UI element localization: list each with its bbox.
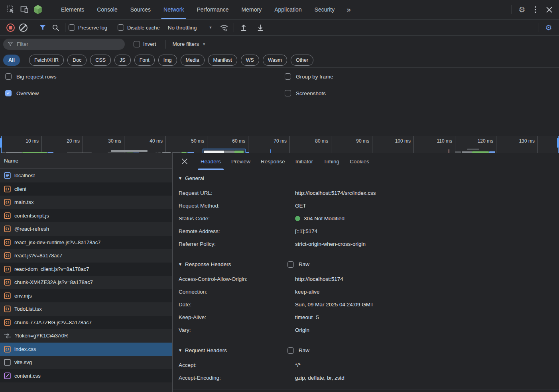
raw-toggle[interactable]: Raw	[287, 347, 309, 354]
disable-cache-checkbox[interactable]	[118, 24, 124, 31]
request-name: localhost	[14, 172, 35, 178]
request-row-index-css[interactable]: index.css	[0, 343, 172, 356]
request-row-chunk-77ja7zbg-js-v-8a178ac7[interactable]: chunk-77JA7ZBG.js?v=8a178ac7	[0, 316, 172, 329]
big-request-rows-toggle[interactable]: Big request rows	[5, 73, 57, 80]
raw-checkbox[interactable]	[287, 261, 294, 268]
request-type-chips: AllFetch/XHRDocCSSJSFontImgMediaManifest…	[0, 53, 559, 68]
filter-toggle-icon[interactable]	[36, 22, 49, 33]
screenshots-toggle[interactable]: Screenshots	[285, 90, 326, 96]
script-icon	[4, 292, 11, 299]
preserve-log-checkbox[interactable]	[69, 24, 75, 31]
overview-toggle[interactable]: ✓Overview	[5, 90, 39, 96]
request-name: contentscript.js	[14, 213, 49, 219]
preserve-log-label: Preserve log	[78, 25, 107, 31]
tab-network[interactable]: Network	[157, 0, 190, 19]
kebab-menu-icon[interactable]	[529, 3, 542, 16]
tab-elements[interactable]: Elements	[55, 0, 91, 19]
details-tab-response[interactable]: Response	[256, 153, 290, 170]
tab-security[interactable]: Security	[308, 0, 341, 19]
filter-input-pill[interactable]	[3, 39, 125, 50]
section-header-general[interactable]: ▼General	[173, 170, 559, 186]
close-details-icon[interactable]	[179, 156, 190, 167]
preserve-log-toggle[interactable]: Preserve log	[69, 24, 113, 31]
filter-chip-manifest[interactable]: Manifest	[208, 55, 237, 66]
import-har-icon[interactable]	[237, 22, 250, 33]
filter-chip-css[interactable]: CSS	[90, 55, 111, 66]
request-row-todolist-tsx[interactable]: TodoList.tsx	[0, 302, 172, 316]
filter-chip-ws[interactable]: WS	[241, 55, 259, 66]
script-icon	[4, 186, 11, 192]
timeline-range-start-grip[interactable]	[0, 138, 2, 148]
request-row-contentscript-js[interactable]: contentscript.js	[0, 209, 172, 223]
group-by-frame-checkbox[interactable]	[285, 73, 291, 80]
tab-performance[interactable]: Performance	[190, 0, 235, 19]
header-row-accept: Accept:*/*	[173, 359, 559, 371]
raw-toggle[interactable]: Raw	[287, 261, 309, 268]
group-by-frame-toggle[interactable]: Group by frame	[285, 73, 333, 80]
export-har-icon[interactable]	[254, 22, 267, 33]
name-column-header[interactable]: Name	[0, 153, 172, 169]
record-network-log-button[interactable]	[4, 22, 17, 33]
tab-console[interactable]: Console	[91, 0, 124, 19]
section-header-request-headers[interactable]: ▼Request HeadersRaw	[173, 342, 559, 359]
more-filters-dropdown[interactable]: More filters ▼	[173, 41, 206, 47]
section-header-response-headers[interactable]: ▼Response HeadersRaw	[173, 256, 559, 272]
network-conditions-icon[interactable]	[218, 22, 230, 33]
header-name: Keep-Alive:	[173, 314, 295, 320]
more-panels-icon[interactable]: »	[341, 5, 356, 14]
filter-chip-font[interactable]: Font	[134, 55, 155, 66]
filter-chip-doc[interactable]: Doc	[67, 55, 87, 66]
header-row-access-control-allow-origin: Access-Control-Allow-Origin:http://local…	[173, 272, 559, 285]
filter-chip-all[interactable]: All	[3, 55, 20, 66]
invert-checkbox[interactable]	[134, 41, 140, 47]
request-row-react-dom-client-js-v-8a178ac7[interactable]: react-dom_client.js?v=8a178ac7	[0, 263, 172, 276]
section-title: Response Headers	[185, 261, 231, 267]
details-tab-initiator[interactable]: Initiator	[290, 153, 318, 170]
waterfall-bar	[467, 149, 479, 150]
overview-checkbox[interactable]: ✓	[5, 90, 12, 96]
clear-network-log-button[interactable]	[17, 22, 30, 33]
request-row-react-js-v-8a178ac7[interactable]: react.js?v=8a178ac7	[0, 249, 172, 263]
filter-chip-img[interactable]: Img	[158, 55, 177, 66]
settings-gear-icon[interactable]: ⚙	[515, 3, 529, 16]
search-icon[interactable]	[49, 22, 62, 33]
timeline-range-end-grip[interactable]	[557, 138, 559, 148]
node-js-icon[interactable]	[31, 3, 45, 16]
tab-sources[interactable]: Sources	[124, 0, 157, 19]
tab-memory[interactable]: Memory	[235, 0, 268, 19]
header-value: strict-origin-when-cross-origin	[295, 241, 366, 247]
invert-toggle[interactable]: Invert	[134, 41, 162, 47]
group-by-frame-label: Group by frame	[296, 74, 333, 80]
request-name: ?token=gYK1Ci4i3A0R	[15, 333, 68, 339]
filter-chip-wasm[interactable]: Wasm	[263, 55, 287, 66]
request-row-react-jsx-dev-runtime-js-v-8a178ac7[interactable]: react_jsx-dev-runtime.js?v=8a178ac7	[0, 236, 172, 249]
network-settings-gear-icon[interactable]: ⚙	[542, 22, 555, 33]
request-row-content-css[interactable]: content.css	[0, 369, 172, 383]
request-row-client[interactable]: client	[0, 182, 172, 196]
close-devtools-icon[interactable]	[542, 3, 556, 16]
disable-cache-toggle[interactable]: Disable cache	[118, 24, 165, 31]
big-request-rows-checkbox[interactable]	[5, 73, 12, 80]
filter-chip-js[interactable]: JS	[114, 55, 131, 66]
details-tab-cookies[interactable]: Cookies	[344, 153, 374, 170]
inspect-cursor-icon[interactable]	[4, 3, 18, 16]
request-row-chunk-xm4ze32a-js-v-8a178ac7[interactable]: chunk-XM4ZE32A.js?v=8a178ac7	[0, 276, 172, 289]
filter-chip-other[interactable]: Other	[291, 55, 313, 66]
raw-checkbox[interactable]	[287, 347, 294, 354]
request-row-vite-svg[interactable]: vite.svg	[0, 356, 172, 369]
request-row-token-gyk1ci4i3a0r[interactable]: ?token=gYK1Ci4i3A0R	[0, 329, 172, 343]
details-tab-timing[interactable]: Timing	[318, 153, 344, 170]
request-row-react-refresh[interactable]: @react-refresh	[0, 222, 172, 236]
tab-application[interactable]: Application	[268, 0, 308, 19]
details-tab-preview[interactable]: Preview	[226, 153, 256, 170]
filter-chip-media[interactable]: Media	[181, 55, 205, 66]
screenshots-checkbox[interactable]	[285, 90, 291, 96]
filter-chip-fetch-xhr[interactable]: Fetch/XHR	[29, 55, 64, 66]
filter-input[interactable]	[16, 41, 120, 47]
device-toolbar-icon[interactable]	[18, 3, 31, 16]
request-row-localhost[interactable]: localhost	[0, 169, 172, 182]
throttling-dropdown[interactable]: No throttling ▼	[168, 25, 213, 31]
request-row-main-tsx[interactable]: main.tsx	[0, 196, 172, 209]
details-tab-headers[interactable]: Headers	[195, 153, 226, 170]
request-row-env-mjs[interactable]: env.mjs	[0, 289, 172, 303]
